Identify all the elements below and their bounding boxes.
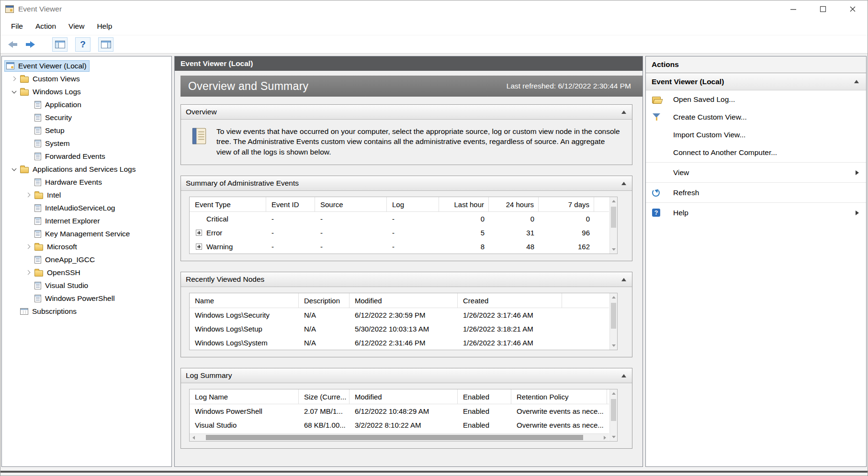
tree-item-event-viewer-local[interactable]: Event Viewer (Local) [2, 59, 171, 72]
back-button[interactable] [5, 37, 21, 52]
tree-item-application[interactable]: Application [2, 98, 171, 111]
chevron-down-icon[interactable] [8, 85, 20, 98]
tree-item-label: System [45, 139, 70, 148]
maximize-button[interactable] [808, 0, 838, 18]
scrollbar-thumb[interactable] [611, 399, 616, 421]
page-banner: Overview and Summary Last refreshed: 6/1… [180, 76, 643, 97]
section-title: Log Summary [186, 371, 232, 380]
column-header[interactable]: Enabled [458, 389, 511, 404]
column-header[interactable]: Modified [349, 389, 458, 404]
column-header[interactable]: Event Type [190, 197, 266, 211]
table-header-row: Event Type Event ID Source Log Last hour… [190, 197, 609, 212]
event-log-book-icon [189, 126, 209, 157]
action-connect-to-another-computer[interactable]: Connect to Another Computer... [646, 144, 866, 161]
column-header[interactable]: Modified [349, 293, 458, 308]
horizontal-scrollbar[interactable] [190, 433, 609, 441]
chevron-right-icon[interactable] [22, 240, 34, 253]
scrollbar-thumb[interactable] [206, 435, 583, 440]
table-row[interactable]: Windows PowerShell 2.07 MB/1... 6/12/202… [190, 404, 609, 418]
tree-item-intel[interactable]: Intel [2, 188, 171, 201]
tree-item-visual-studio[interactable]: Visual Studio [2, 279, 171, 292]
tree-item-key-management-service[interactable]: Key Management Service [2, 227, 171, 240]
action-open-saved-log[interactable]: Open Saved Log... [646, 90, 866, 108]
overview-section-header[interactable]: Overview [181, 105, 632, 120]
tree-item-security[interactable]: Security [2, 111, 171, 124]
vertical-scrollbar[interactable] [609, 389, 617, 441]
tree-item-openssh[interactable]: OpenSSH [2, 266, 171, 279]
tree-item-hardware-events[interactable]: Hardware Events [2, 176, 171, 188]
chevron-down-icon[interactable] [8, 163, 20, 176]
menu-file[interactable]: File [5, 19, 29, 34]
action-label: Open Saved Log... [673, 95, 735, 104]
column-header[interactable]: Last hour [439, 197, 489, 211]
expand-slot [196, 216, 202, 222]
chevron-right-icon[interactable] [22, 188, 34, 201]
chevron-right-icon[interactable] [22, 266, 34, 279]
menu-view[interactable]: View [62, 19, 90, 34]
action-refresh[interactable]: Refresh [646, 184, 866, 201]
action-import-custom-view[interactable]: Import Custom View... [646, 126, 866, 144]
action-label: Connect to Another Computer... [673, 148, 777, 157]
column-header[interactable]: Event ID [266, 197, 315, 211]
show-console-tree-button[interactable] [52, 37, 68, 52]
recent-nodes-section-header[interactable]: Recently Viewed Nodes [181, 272, 632, 287]
scrollbar-thumb[interactable] [611, 207, 616, 228]
tree-item-microsoft[interactable]: Microsoft [2, 240, 171, 253]
table-row-warning[interactable]: Warning - - - 8 48 162 [190, 240, 609, 254]
tree-item-system[interactable]: System [2, 137, 171, 150]
column-header[interactable]: Log Name [190, 389, 299, 404]
close-button[interactable] [838, 0, 868, 18]
table-row[interactable]: Windows Logs\Security N/A 6/12/2022 2:30… [190, 308, 609, 322]
vertical-scrollbar[interactable] [609, 293, 617, 350]
tree-item-forwarded-events[interactable]: Forwarded Events [2, 150, 171, 163]
column-header[interactable]: Size (Curre... [299, 389, 349, 404]
chevron-right-icon[interactable] [8, 72, 20, 85]
tree-item-setup[interactable]: Setup [2, 124, 171, 137]
admin-events-section-header[interactable]: Summary of Administrative Events [181, 176, 632, 191]
scrollbar-thumb[interactable] [611, 303, 616, 329]
tree-item-intelaudioservicelog[interactable]: IntelAudioServiceLog [2, 201, 171, 214]
table-row-critical[interactable]: Critical - - - 0 0 0 [190, 212, 609, 226]
menu-action[interactable]: Action [29, 19, 62, 34]
column-header[interactable]: Created [458, 293, 562, 308]
folder-icon [20, 167, 29, 173]
column-header[interactable]: Name [190, 293, 299, 308]
expand-plus-icon[interactable] [196, 230, 202, 236]
table-row[interactable]: Visual Studio 68 KB/1.00... 3/2/2022 8:1… [190, 418, 609, 432]
column-header[interactable]: Description [299, 293, 349, 308]
column-header[interactable]: Retention Policy [511, 389, 607, 404]
event-type-label: Error [206, 229, 222, 237]
tree-item-custom-views[interactable]: Custom Views [2, 72, 171, 85]
action-view[interactable]: View [646, 164, 866, 181]
log-summary-section-header[interactable]: Log Summary [181, 368, 632, 383]
tree-item-applications-and-services-logs[interactable]: Applications and Services Logs [2, 163, 171, 176]
event-log-icon [34, 230, 41, 238]
tree-item-oneapp-igcc[interactable]: OneApp_IGCC [2, 253, 171, 266]
forward-button[interactable] [23, 37, 38, 52]
tree-item-windows-powershell[interactable]: Windows PowerShell [2, 292, 171, 305]
forward-icon [25, 41, 35, 48]
show-action-pane-button[interactable] [98, 37, 113, 52]
action-create-custom-view[interactable]: Create Custom View... [646, 108, 866, 126]
tree-item-label: OpenSSH [47, 268, 80, 277]
menu-help[interactable]: Help [90, 19, 118, 34]
minimize-button[interactable] [778, 0, 808, 18]
column-header[interactable]: 7 days [539, 197, 594, 211]
expand-plus-icon[interactable] [196, 244, 202, 250]
column-header[interactable]: Log [387, 197, 439, 211]
table-row[interactable]: Windows Logs\System N/A 6/12/2022 2:31:4… [190, 336, 609, 350]
folder-icon [34, 244, 43, 251]
column-header[interactable]: 24 hours [489, 197, 539, 211]
table-row-error[interactable]: Error - - - 5 31 96 [190, 226, 609, 240]
help-toolbar-button[interactable] [75, 37, 90, 52]
vertical-scrollbar[interactable] [609, 197, 617, 254]
action-help[interactable]: Help [646, 204, 866, 221]
column-header[interactable]: Source [315, 197, 387, 211]
tree-item-subscriptions[interactable]: Subscriptions [2, 305, 171, 318]
table-row[interactable]: Windows Logs\Setup N/A 5/30/2022 10:03:1… [190, 322, 609, 336]
cell: 5/30/2022 10:03:13 AM [349, 325, 458, 333]
tree-item-windows-logs[interactable]: Windows Logs [2, 85, 171, 98]
tree-item-internet-explorer[interactable]: Internet Explorer [2, 214, 171, 227]
cell: - [315, 229, 387, 237]
actions-section-header[interactable]: Event Viewer (Local) [646, 73, 866, 90]
